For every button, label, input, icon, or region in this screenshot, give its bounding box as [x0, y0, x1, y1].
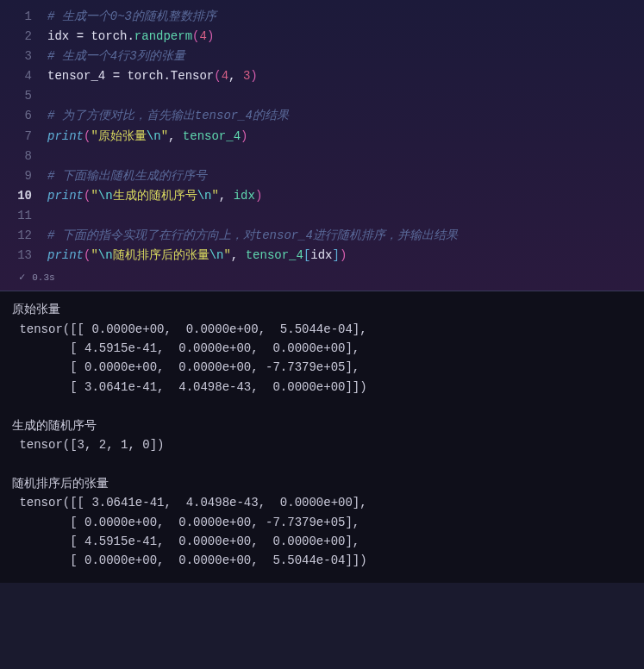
code-content[interactable]: # 下面输出随机生成的行序号 [47, 166, 207, 186]
code-line[interactable]: 10print("\n生成的随机序号\n", idx) [0, 186, 644, 206]
line-number: 2 [0, 27, 47, 47]
code-lines-container: 1# 生成一个0~3的随机整数排序2idx = torch.randperm(4… [0, 7, 644, 266]
code-line[interactable]: 5 [0, 86, 644, 106]
code-line[interactable]: 2idx = torch.randperm(4) [0, 27, 644, 47]
code-content[interactable]: # 为了方便对比，首先输出tensor_4的结果 [47, 106, 289, 126]
line-number: 9 [0, 166, 47, 186]
code-line[interactable]: 7print("原始张量\n", tensor_4) [0, 127, 644, 147]
code-line[interactable]: 1# 生成一个0~3的随机整数排序 [0, 7, 644, 27]
code-content[interactable]: # 下面的指令实现了在行的方向上，对tensor_4进行随机排序，并输出结果 [47, 226, 458, 246]
execution-time: 0.3s [32, 272, 54, 283]
code-content[interactable]: print("原始张量\n", tensor_4) [47, 127, 247, 147]
code-line[interactable]: 8 [0, 147, 644, 166]
line-number: 8 [0, 147, 47, 166]
code-content[interactable]: print("\n随机排序后的张量\n", tensor_4[idx]) [47, 246, 347, 266]
line-number: 12 [0, 226, 47, 246]
line-number: 3 [0, 47, 47, 66]
code-content[interactable]: idx = torch.randperm(4) [47, 27, 214, 47]
line-number: 1 [0, 7, 47, 27]
line-number: 6 [0, 106, 47, 126]
execution-status: ✓ 0.3s [0, 266, 644, 291]
code-content[interactable]: print("\n生成的随机序号\n", idx) [47, 186, 262, 206]
code-line[interactable]: 6# 为了方便对比，首先输出tensor_4的结果 [0, 106, 644, 126]
line-number: 4 [0, 66, 47, 86]
code-line[interactable]: 3# 生成一个4行3列的张量 [0, 47, 644, 66]
check-icon: ✓ [19, 271, 25, 284]
line-number: 13 [0, 246, 47, 266]
code-line[interactable]: 12# 下面的指令实现了在行的方向上，对tensor_4进行随机排序，并输出结果 [0, 226, 644, 246]
line-number: 11 [0, 206, 47, 226]
line-number: 10 [0, 186, 47, 206]
line-number: 5 [0, 86, 47, 106]
code-content[interactable]: # 生成一个0~3的随机整数排序 [47, 7, 216, 27]
code-line[interactable]: 4tensor_4 = torch.Tensor(4, 3) [0, 66, 644, 86]
code-line[interactable]: 13print("\n随机排序后的张量\n", tensor_4[idx]) [0, 246, 644, 266]
line-number: 7 [0, 127, 47, 147]
output-area: 原始张量 tensor([[ 0.0000e+00, 0.0000e+00, 5… [0, 291, 644, 582]
code-editor[interactable]: 1# 生成一个0~3的随机整数排序2idx = torch.randperm(4… [0, 0, 644, 291]
code-line[interactable]: 11 [0, 206, 644, 226]
code-line[interactable]: 9# 下面输出随机生成的行序号 [0, 166, 644, 186]
code-content[interactable]: # 生成一个4行3列的张量 [47, 47, 185, 66]
code-content[interactable]: tensor_4 = torch.Tensor(4, 3) [47, 66, 258, 86]
